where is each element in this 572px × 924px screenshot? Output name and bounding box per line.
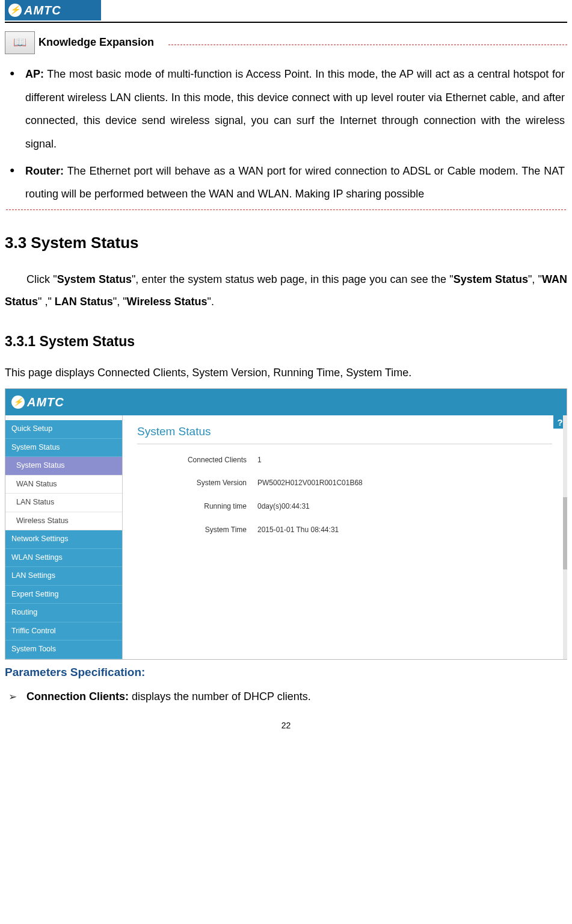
dashed-divider [168, 45, 567, 45]
sidebar-item-system-tools[interactable]: System Tools [5, 640, 122, 659]
brand-text: AMTC [24, 2, 61, 19]
t: " ," [38, 296, 55, 308]
knowledge-item-router: Router: The Ethernet port will behave as… [25, 160, 565, 206]
sidebar-item-traffic-control[interactable]: Triffic Control [5, 622, 122, 641]
row-system-time: System Time 2015-01-01 Thu 08:44:31 [137, 525, 552, 535]
sidebar-item-expert-setting[interactable]: Expert Setting [5, 586, 122, 604]
bullet-text: The Ethernet port will behave as a WAN p… [25, 165, 565, 200]
knowledge-title: Knowledge Expansion [38, 35, 154, 50]
sidebar-sub-wireless-status[interactable]: Wireless Status [5, 512, 122, 531]
row-connected-clients: Connected Clients 1 [137, 455, 552, 465]
value: 1 [257, 455, 262, 465]
label: Running time [137, 501, 257, 512]
row-running-time: Running time 0day(s)00:44:31 [137, 501, 552, 512]
sidebar-item-routing[interactable]: Routing [5, 604, 122, 622]
t: System Status [454, 273, 528, 285]
sidebar-item-lan-settings[interactable]: LAN Settings [5, 567, 122, 586]
label: System Version [137, 478, 257, 488]
section-heading: 3.3 System Status [5, 232, 567, 253]
value: 0day(s)00:44:31 [257, 501, 310, 512]
page-number: 22 [5, 720, 567, 732]
bullet-text: The most basic mode of multi-function is… [25, 68, 565, 150]
scrollbar-thumb[interactable] [563, 497, 567, 569]
book-icon: 📖 [5, 31, 35, 54]
t: Wireless Status [127, 296, 208, 308]
params-list: Connection Clients: displays the number … [5, 686, 567, 707]
bullet-label: AP: [25, 68, 44, 80]
sidebar-sub-wan-status[interactable]: WAN Status [5, 476, 122, 494]
embedded-ui: ⚡ AMTC Quick Setup System Status System … [5, 388, 567, 660]
row-system-version: System Version PW5002H012V001R001C01B68 [137, 478, 552, 488]
sidebar-item-wlan-settings[interactable]: WLAN Settings [5, 549, 122, 568]
knowledge-list: AP: The most basic mode of multi-functio… [5, 63, 567, 206]
param-label: Connection Clients: [26, 690, 129, 702]
value: PW5002H012V001R001C01B68 [257, 478, 363, 488]
subsection-desc: This page displays Connected Clients, Sy… [5, 362, 567, 385]
dashed-divider-full [6, 209, 566, 210]
sidebar-item-network-settings[interactable]: Network Settings [5, 530, 122, 549]
param-text: displays the number of DHCP clients. [132, 690, 311, 702]
ui-main: ? System Status Connected Clients 1 Syst… [123, 415, 567, 659]
t: ", " [113, 296, 127, 308]
sidebar-sub-lan-status[interactable]: LAN Status [5, 494, 122, 512]
label: System Time [137, 525, 257, 535]
sidebar-sub-system-status[interactable]: System Status [5, 457, 122, 476]
param-item-connection-clients: Connection Clients: displays the number … [26, 686, 567, 707]
subsection-heading: 3.3.1 System Status [5, 332, 567, 351]
sidebar-item-quick-setup[interactable]: Quick Setup [5, 420, 122, 439]
bolt-icon: ⚡ [11, 395, 25, 409]
knowledge-item-ap: AP: The most basic mode of multi-functio… [25, 63, 565, 156]
ui-main-title: System Status [137, 424, 552, 444]
t: ", enter the system status web page, in … [132, 273, 454, 285]
label: Connected Clients [137, 455, 257, 465]
bullet-label: Router: [25, 165, 64, 177]
t: System Status [57, 273, 132, 285]
t: Click " [26, 273, 57, 285]
params-title: Parameters Specification: [5, 665, 567, 681]
section-intro: Click "System Status", enter the system … [5, 268, 567, 314]
ui-topbar: ⚡ AMTC [5, 389, 567, 415]
ui-brand: AMTC [27, 394, 64, 411]
header-rule [5, 22, 567, 23]
t: ", " [528, 273, 542, 285]
value: 2015-01-01 Thu 08:44:31 [257, 525, 339, 535]
bolt-icon: ⚡ [8, 4, 22, 17]
brand-header: ⚡ AMTC [5, 0, 101, 20]
t: ". [208, 296, 214, 308]
sidebar: Quick Setup System Status System Status … [5, 415, 123, 659]
t: LAN Status [55, 296, 113, 308]
sidebar-item-system-status[interactable]: System Status [5, 439, 122, 457]
